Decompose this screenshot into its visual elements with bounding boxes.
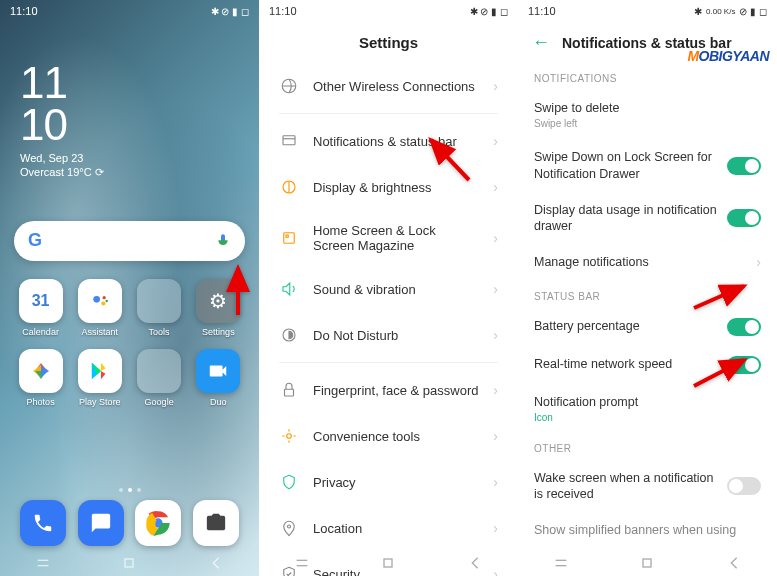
page-title: Settings xyxy=(259,22,518,63)
app-tools-folder[interactable]: Tools xyxy=(133,279,186,337)
chevron-right-icon: › xyxy=(493,281,498,297)
chevron-right-icon: › xyxy=(493,230,498,246)
settings-item-notifications[interactable]: Notifications & status bar› xyxy=(263,118,514,164)
wireless-icon xyxy=(279,76,299,96)
status-time: 11:10 xyxy=(10,5,38,17)
lock-icon xyxy=(279,380,299,400)
clock-hour: 11 xyxy=(20,62,259,104)
chevron-right-icon: › xyxy=(756,254,761,270)
toggle-battery[interactable] xyxy=(727,318,761,336)
recents-button[interactable] xyxy=(35,555,51,571)
status-icons: ✱ ⊘ ▮ ◻ xyxy=(470,6,508,17)
toggle-network-speed[interactable] xyxy=(727,356,761,374)
chevron-right-icon: › xyxy=(493,520,498,536)
section-notifications: NOTIFICATIONS xyxy=(518,63,777,90)
back-button[interactable] xyxy=(467,555,483,571)
toggle-data-usage[interactable] xyxy=(727,209,761,227)
app-phone[interactable] xyxy=(20,500,66,546)
svg-rect-21 xyxy=(384,559,392,567)
play-store-icon xyxy=(78,349,122,393)
status-time: 11:10 xyxy=(269,5,297,17)
back-button[interactable] xyxy=(726,555,742,571)
home-screen: 11:10 ✱ ⊘ ▮ ◻ 11 10 Wed, Sep 23 Overcast… xyxy=(0,0,259,576)
status-time: 11:10 xyxy=(528,5,556,17)
home-icon xyxy=(279,228,299,248)
toggle-swipe-down[interactable] xyxy=(727,157,761,175)
settings-item-privacy[interactable]: Privacy› xyxy=(263,459,514,505)
pref-swipe-delete[interactable]: Swipe to deleteSwipe left xyxy=(518,90,777,139)
settings-item-wireless[interactable]: Other Wireless Connections› xyxy=(263,63,514,109)
app-google-folder[interactable]: Google xyxy=(133,349,186,407)
recents-button[interactable] xyxy=(553,555,569,571)
pref-battery-percentage[interactable]: Battery percentage xyxy=(518,308,777,346)
gear-icon: ⚙ xyxy=(196,279,240,323)
app-duo[interactable]: Duo xyxy=(192,349,245,407)
pref-data-usage[interactable]: Display data usage in notification drawe… xyxy=(518,192,777,245)
recents-button[interactable] xyxy=(294,555,310,571)
svg-point-0 xyxy=(93,296,100,303)
status-bar: 11:10 ✱ ⊘ ▮ ◻ xyxy=(259,0,518,22)
status-bar: 11:10 ✱ ⊘ ▮ ◻ xyxy=(0,0,259,22)
settings-item-display[interactable]: Display & brightness› xyxy=(263,164,514,210)
pref-simplified-banners[interactable]: Show simplified banners when using xyxy=(518,512,777,548)
app-play-store[interactable]: Play Store xyxy=(73,349,126,407)
home-button[interactable] xyxy=(380,555,396,571)
chevron-right-icon: › xyxy=(493,179,498,195)
clock-widget[interactable]: 11 10 Wed, Sep 23 Overcast 19°C ⟳ xyxy=(0,22,259,179)
svg-rect-16 xyxy=(285,389,294,396)
pref-notification-prompt[interactable]: Notification promptIcon xyxy=(518,384,777,433)
settings-item-sound[interactable]: Sound & vibration› xyxy=(263,266,514,312)
nav-bar xyxy=(518,550,777,576)
app-settings[interactable]: ⚙Settings xyxy=(192,279,245,337)
app-camera[interactable] xyxy=(193,500,239,546)
app-messages[interactable] xyxy=(78,500,124,546)
clock-minute: 10 xyxy=(20,104,259,146)
settings-item-fingerprint[interactable]: Fingerprint, face & password› xyxy=(263,367,514,413)
dock xyxy=(0,500,259,546)
back-button[interactable] xyxy=(208,555,224,571)
privacy-icon xyxy=(279,472,299,492)
status-icons: ✱ ⊘ ▮ ◻ xyxy=(211,6,249,17)
folder-icon xyxy=(137,349,181,393)
svg-point-17 xyxy=(287,434,292,439)
chevron-right-icon: › xyxy=(493,428,498,444)
chevron-right-icon: › xyxy=(493,133,498,149)
app-calendar[interactable]: 31Calendar xyxy=(14,279,67,337)
photos-icon xyxy=(19,349,63,393)
svg-rect-10 xyxy=(283,136,295,145)
app-photos[interactable]: Photos xyxy=(14,349,67,407)
settings-item-convenience[interactable]: Convenience tools› xyxy=(263,413,514,459)
tools-icon xyxy=(279,426,299,446)
svg-point-1 xyxy=(102,296,105,299)
mic-icon[interactable] xyxy=(215,233,231,249)
clock-weather: Overcast 19°C ⟳ xyxy=(20,166,259,179)
settings-screen: 11:10 ✱ ⊘ ▮ ◻ Settings Other Wireless Co… xyxy=(259,0,518,576)
app-grid: 31Calendar Assistant Tools ⚙Settings Pho… xyxy=(0,261,259,407)
google-logo: G xyxy=(28,230,42,251)
app-chrome[interactable] xyxy=(135,500,181,546)
home-button[interactable] xyxy=(639,555,655,571)
section-other: OTHER xyxy=(518,433,777,460)
pref-manage-notifications[interactable]: Manage notifications› xyxy=(518,244,777,280)
back-arrow-icon[interactable]: ← xyxy=(532,32,550,53)
chevron-right-icon: › xyxy=(493,78,498,94)
calendar-icon: 31 xyxy=(19,279,63,323)
home-button[interactable] xyxy=(121,555,137,571)
pref-network-speed[interactable]: Real-time network speed xyxy=(518,346,777,384)
notifications-settings-screen: 11:10 ✱ 0.00 K/s ⊘ ▮ ◻ ← Notifications &… xyxy=(518,0,777,576)
pref-swipe-down[interactable]: Swipe Down on Lock Screen for Notificati… xyxy=(518,139,777,192)
chevron-right-icon: › xyxy=(493,382,498,398)
google-search-bar[interactable]: G xyxy=(14,221,245,261)
folder-icon xyxy=(137,279,181,323)
settings-item-homescreen[interactable]: Home Screen & Lock Screen Magazine› xyxy=(263,210,514,266)
pref-wake-screen[interactable]: Wake screen when a notification is recei… xyxy=(518,460,777,513)
settings-item-dnd[interactable]: Do Not Disturb› xyxy=(263,312,514,358)
sound-icon xyxy=(279,279,299,299)
svg-rect-24 xyxy=(643,559,651,567)
settings-item-location[interactable]: Location› xyxy=(263,505,514,551)
toggle-wake-screen[interactable] xyxy=(727,477,761,495)
svg-point-3 xyxy=(105,299,108,302)
app-assistant[interactable]: Assistant xyxy=(73,279,126,337)
page-indicator xyxy=(0,488,259,492)
notification-icon xyxy=(279,131,299,151)
